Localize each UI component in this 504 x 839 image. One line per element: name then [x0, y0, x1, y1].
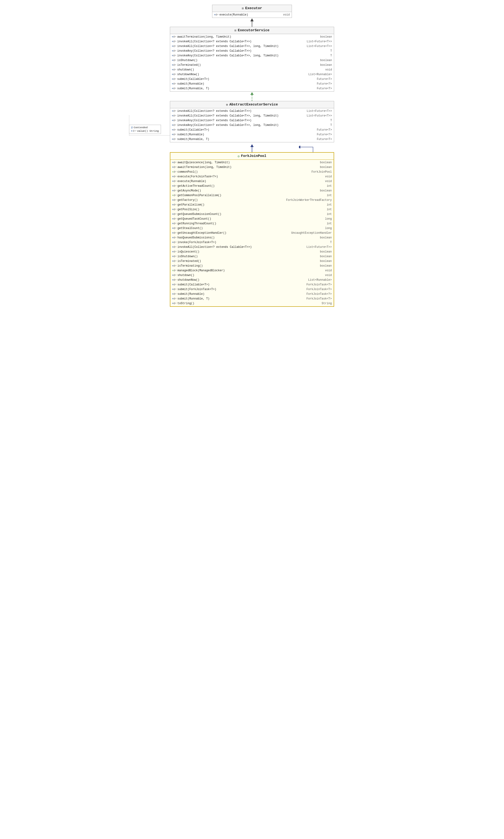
mr: long	[325, 217, 332, 221]
arrow-solid-1	[250, 18, 254, 27]
dashed-line-vertical	[129, 115, 129, 136]
mr: ForkJoinPool	[311, 170, 332, 174]
method-row: m@# toString() String	[170, 301, 334, 306]
ms: shutdown()	[177, 68, 322, 71]
mi: m@#	[172, 180, 177, 183]
diagram-container: ⊞ Executor m @ # execute(Runnable) void	[170, 5, 334, 307]
mr: ForkJoinWorkerThreadFactory	[286, 199, 332, 202]
method-row: m@# submit(Callable<T>) Future<T>	[170, 127, 334, 132]
mi: m@#	[172, 115, 176, 117]
method-row: m@# shutdownNow() List<Runnable>	[170, 72, 334, 77]
mi: s@#	[172, 194, 177, 196]
ms: submit(Runnable)	[177, 292, 304, 296]
ms: invoke(ForkJoinTask<T>)	[177, 241, 327, 244]
ms: isTerminating()	[177, 264, 317, 268]
ms: invokeAll(Collection<? extends Callable<…	[177, 245, 304, 249]
mi: m@#	[172, 265, 177, 267]
mi: m@#	[172, 133, 176, 136]
method-row: m@# submit(Runnable, T) Future<T>	[170, 86, 334, 91]
mr: boolean	[320, 161, 332, 164]
ms: getQueuedSubmissionCount()	[177, 212, 324, 216]
svg-marker-1	[299, 145, 300, 149]
ms: getPoolSize()	[177, 208, 324, 211]
ms: shutdownNow()	[177, 278, 305, 281]
mi: s@#	[172, 269, 177, 272]
executor-service-header: ⊞ ExecutorService	[170, 27, 334, 34]
arrow-dashed-2	[250, 91, 254, 101]
arrow-head	[250, 18, 254, 21]
method-row: m@# submit(Runnable) ForkJoinTask<?>	[170, 292, 334, 296]
mr: boolean	[320, 236, 332, 239]
arrow-area-3	[170, 142, 334, 152]
mi: m@#	[172, 138, 176, 140]
ann-at: @	[133, 130, 134, 132]
mr: Future<?>	[317, 82, 332, 85]
ms: submit(Runnable, T)	[177, 138, 314, 141]
executor-header: ⊞ Executor	[212, 5, 292, 12]
ms: awaitTermination(long, TimeUnit)	[177, 166, 317, 169]
ms: invokeAny(Collection<? extends Callable<…	[177, 49, 327, 53]
ms: shutdown()	[177, 274, 322, 277]
fjp-title: ForkJoinPool	[241, 154, 266, 158]
aes-header-icon: ⊗	[226, 103, 228, 107]
mi: m@#	[172, 40, 176, 43]
method-row: m@# hasQueuedSubmissions() boolean	[170, 235, 334, 240]
mi: m@#	[172, 251, 177, 253]
mr: boolean	[320, 189, 332, 192]
ms: invokeAll(Collection<? extends Callable<…	[177, 109, 304, 113]
annotation-header: @ Contended	[131, 126, 159, 129]
arrow-area-1	[170, 18, 334, 27]
method-row: m@# getRunningThreadCount() int	[170, 221, 334, 226]
method-row: s@# getCommonPoolParallelism() int	[170, 193, 334, 198]
ms: commonPool()	[177, 170, 309, 174]
method-row: m@# getFactory() ForkJoinWorkerThreadFac…	[170, 198, 334, 203]
es-title: ExecutorService	[238, 29, 269, 32]
mi: m@#	[172, 255, 177, 258]
ms: submit(Callable<T>)	[177, 283, 304, 286]
annotation-method: m @ # value() String	[131, 130, 159, 133]
arrow-3-head	[250, 144, 254, 147]
method-row: s@# commonPool() ForkJoinPool	[170, 170, 334, 174]
mr: void	[325, 269, 332, 272]
mi: m@#	[172, 50, 176, 52]
mr: List<Runnable>	[308, 278, 332, 281]
method-row: m@# awaitQuiescence(long, TimeUnit) bool…	[170, 160, 334, 165]
aes-title: AbstractExecutorService	[229, 103, 278, 107]
ms: getAsyncMode()	[177, 189, 317, 192]
method-row: m@# submit(Callable<T>) ForkJoinTask<T>	[170, 282, 334, 287]
mr: void	[325, 180, 332, 183]
ms: invokeAny(Collection<? extends Callable<…	[177, 54, 327, 57]
arrow-stem-dashed	[252, 95, 252, 101]
fjp-methods: m@# awaitQuiescence(long, TimeUnit) bool…	[170, 160, 334, 306]
executor-class-box: ⊞ Executor m @ # execute(Runnable) void	[212, 5, 292, 18]
mr: void	[325, 274, 332, 277]
method-row: m@# isTerminated() boolean	[170, 63, 334, 67]
method-row: m@# submit(ForkJoinTask<T>) ForkJoinTask…	[170, 287, 334, 292]
ms: isTerminated()	[177, 259, 317, 263]
method-row: m@# execute(ForkJoinTask<?>) void	[170, 174, 334, 179]
mi: s@#	[172, 171, 177, 173]
mr: boolean	[320, 166, 332, 169]
mr: ForkJoinTask<T>	[306, 283, 332, 286]
method-row: m@# invokeAll(Collection<? extends Calla…	[170, 109, 334, 114]
mi: m@#	[172, 110, 176, 112]
ms: invokeAll(Collection<? extends Callable<…	[177, 114, 304, 117]
mr: T	[330, 241, 332, 244]
mr: ForkJoinTask<T>	[306, 297, 332, 301]
method-row: m@# isTerminating() boolean	[170, 263, 334, 268]
mi: m@#	[172, 69, 176, 71]
method-row: m@# submit(Runnable, T) ForkJoinTask<T>	[170, 296, 334, 301]
mr: Future<T>	[317, 78, 332, 81]
method-row: m@# invokeAll(Collection<? extends Calla…	[170, 39, 334, 44]
mr: int	[327, 212, 332, 216]
hash-icon: #	[217, 14, 218, 16]
curved-arrow-svg	[299, 142, 327, 152]
method-row: m@# getStealCount() long	[170, 226, 334, 230]
method-row: m @ # execute(Runnable) void	[212, 13, 292, 17]
mr: T	[330, 123, 332, 127]
mi: m@#	[172, 78, 176, 80]
method-row: m@# invokeAll(Collection<? extends Calla…	[170, 114, 334, 118]
mi: m@#	[172, 213, 177, 216]
annotation-method-sig: value() String	[137, 130, 159, 133]
aes-methods: m@# invokeAll(Collection<? extends Calla…	[170, 108, 334, 142]
